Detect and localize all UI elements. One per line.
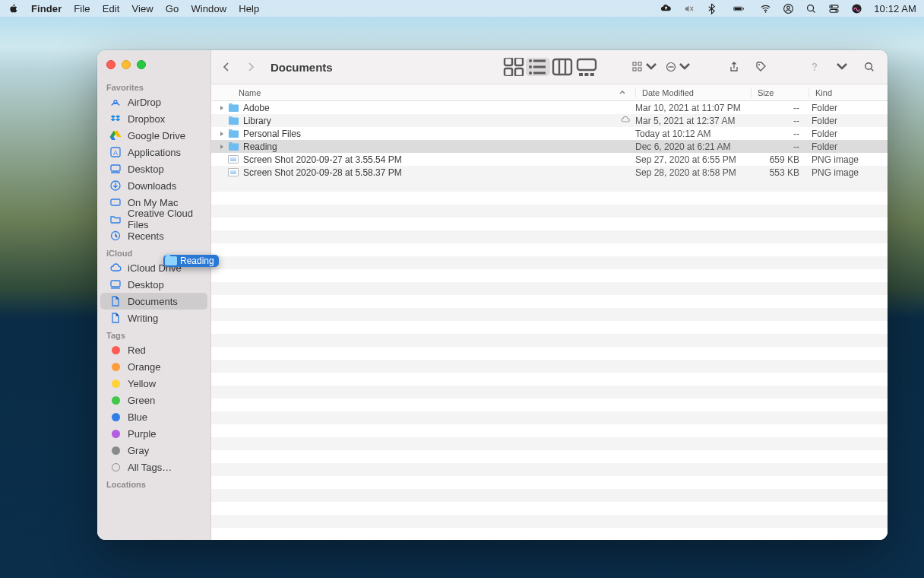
svg-point-30: [670, 66, 672, 68]
file-row-reading[interactable]: Reading Dec 6, 2020 at 6:21 AM -- Folder: [211, 140, 888, 153]
file-row-personal-files[interactable]: Personal Files Today at 10:12 AM -- Fold…: [211, 127, 888, 140]
tags-button[interactable]: [751, 58, 772, 76]
doc-icon: [109, 295, 122, 307]
file-row-screen-shot-2020-09-28-at-5-58-37-pm[interactable]: Screen Shot 2020-09-28 at 5.58.37 PM Sep…: [211, 166, 888, 179]
view-list-button[interactable]: [526, 58, 550, 76]
file-size: --: [751, 141, 808, 152]
column-header-kind[interactable]: Kind: [808, 88, 888, 97]
spotlight-icon[interactable]: [805, 3, 817, 14]
column-header-size[interactable]: Size: [751, 88, 808, 97]
sidebar-item-downloads[interactable]: Downloads: [100, 177, 207, 194]
window-minimize-button[interactable]: [122, 60, 131, 69]
disclosure-triangle-icon[interactable]: [217, 131, 226, 137]
folder-icon: [226, 116, 240, 125]
control-center-icon[interactable]: [828, 3, 840, 14]
sidebar-item-label: Green: [128, 395, 155, 406]
file-row-adobe[interactable]: Adobe Mar 10, 2021 at 11:07 PM -- Folder: [211, 101, 888, 114]
group-by-button[interactable]: [631, 58, 658, 76]
sidebar-item-label: Writing: [128, 313, 158, 324]
sidebar-item-applications[interactable]: Applications: [100, 144, 207, 160]
siri-icon[interactable]: [851, 3, 862, 14]
menubar-clock[interactable]: 10:12 AM: [874, 3, 916, 14]
menubar-app-name[interactable]: Finder: [31, 3, 62, 14]
bluetooth-icon[interactable]: [706, 3, 717, 14]
toolbar-overflow-button[interactable]: [831, 58, 853, 76]
sidebar-item-label: All Tags…: [128, 462, 172, 473]
blank-row: [211, 256, 888, 269]
image-icon: [226, 155, 240, 164]
volume-muted-icon[interactable]: [683, 3, 695, 14]
file-list[interactable]: Adobe Mar 10, 2021 at 11:07 PM -- Folder…: [211, 101, 888, 540]
window-zoom-button[interactable]: [137, 60, 146, 69]
blank-row: [211, 321, 888, 334]
svg-rect-1: [742, 8, 743, 9]
svg-point-3: [765, 11, 767, 12]
doc-icon: [109, 312, 122, 324]
search-button[interactable]: [859, 58, 880, 76]
blank-row: [211, 360, 888, 373]
svg-rect-15: [515, 68, 523, 76]
disclosure-triangle-icon[interactable]: [217, 105, 226, 111]
view-columns-button[interactable]: [550, 58, 574, 76]
sidebar-item-documents[interactable]: Documents: [100, 293, 207, 310]
action-menu-button[interactable]: [664, 58, 691, 76]
file-date: Mar 10, 2021 at 11:07 PM: [635, 103, 751, 113]
sidebar-item-writing[interactable]: Writing: [100, 310, 207, 326]
blank-row: [211, 489, 888, 502]
sidebar-item-google-drive[interactable]: Google Drive: [100, 127, 207, 144]
menu-go[interactable]: Go: [166, 3, 179, 14]
file-date: Mar 5, 2021 at 12:37 AM: [635, 116, 751, 126]
sidebar-item-desktop[interactable]: Desktop: [100, 276, 207, 293]
sidebar-item-label: Desktop: [128, 164, 164, 175]
folder-icon: [165, 256, 177, 265]
sidebar-header-tags: Tags: [97, 326, 210, 341]
file-row-library[interactable]: Library Mar 5, 2021 at 12:37 AM -- Folde…: [211, 114, 888, 127]
menu-view[interactable]: View: [132, 3, 153, 14]
help-button[interactable]: [804, 58, 825, 76]
column-header-date[interactable]: Date Modified: [635, 88, 751, 97]
mac-icon: [109, 196, 122, 208]
sidebar-item-dropbox[interactable]: Dropbox: [100, 110, 207, 127]
sidebar-item-airdrop[interactable]: AirDrop: [100, 94, 207, 110]
svg-point-32: [758, 64, 760, 65]
sidebar-tag-yellow[interactable]: Yellow: [100, 375, 207, 392]
sidebar-tag-red[interactable]: Red: [100, 341, 207, 358]
menu-window[interactable]: Window: [191, 3, 226, 14]
sidebar-tag-green[interactable]: Green: [100, 392, 207, 408]
finder-sidebar: Favorites AirDrop Dropbox Google Drive A…: [97, 50, 211, 540]
menu-file[interactable]: File: [74, 3, 90, 14]
sort-ascending-icon: [619, 89, 626, 97]
apple-menu-icon[interactable]: [8, 3, 19, 14]
blank-row: [211, 218, 888, 230]
view-icons-button[interactable]: [502, 58, 526, 76]
menu-help[interactable]: Help: [239, 3, 259, 14]
sidebar-item-all-tags[interactable]: All Tags…: [100, 459, 207, 475]
sidebar-tag-gray[interactable]: Gray: [100, 442, 207, 459]
cloud-upload-icon[interactable]: [660, 3, 672, 14]
nav-forward-button[interactable]: [242, 58, 260, 76]
disclosure-triangle-icon[interactable]: [217, 144, 226, 150]
svg-rect-21: [579, 73, 583, 76]
blank-row: [211, 308, 888, 321]
sidebar-tag-blue[interactable]: Blue: [100, 408, 207, 425]
nav-back-button[interactable]: [217, 58, 236, 76]
window-close-button[interactable]: [106, 60, 115, 69]
dropbox-icon: [109, 113, 122, 125]
svg-rect-26: [638, 62, 641, 65]
battery-icon[interactable]: [729, 3, 748, 14]
sidebar-tag-purple[interactable]: Purple: [100, 425, 207, 442]
user-icon[interactable]: [783, 3, 794, 14]
file-row-screen-shot-2020-09-27-at-3-55-54-pm[interactable]: Screen Shot 2020-09-27 at 3.55.54 PM Sep…: [211, 153, 888, 166]
sidebar-item-label: AirDrop: [128, 97, 161, 108]
svg-rect-19: [553, 59, 571, 75]
sidebar-tag-orange[interactable]: Orange: [100, 358, 207, 375]
column-header-name[interactable]: Name: [239, 88, 635, 97]
view-gallery-button[interactable]: [574, 58, 599, 76]
cloud-icon: [109, 262, 122, 274]
blank-row: [211, 450, 888, 463]
sidebar-item-creative-cloud-files[interactable]: Creative Cloud Files: [100, 211, 207, 227]
menu-edit[interactable]: Edit: [103, 3, 120, 14]
wifi-icon[interactable]: [760, 3, 771, 14]
share-button[interactable]: [723, 58, 745, 76]
sidebar-item-desktop[interactable]: Desktop: [100, 160, 207, 177]
